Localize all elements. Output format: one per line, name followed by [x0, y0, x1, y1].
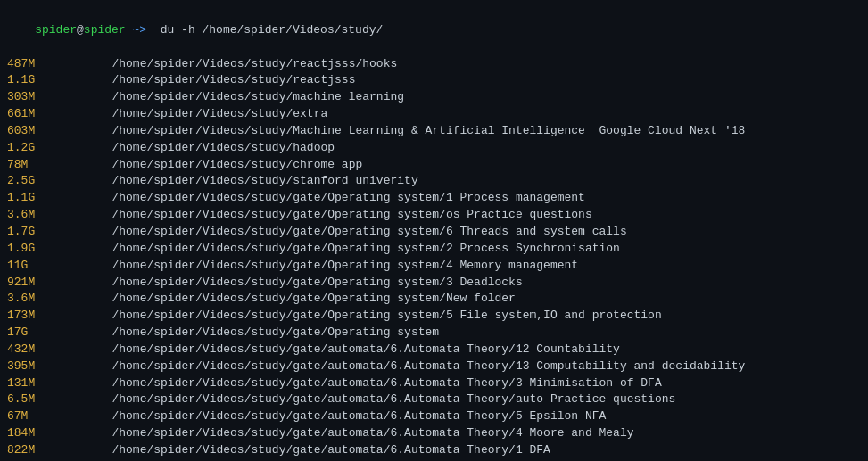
table-row: 184M /home/spider/Videos/study/gate/auto… — [7, 425, 861, 442]
table-row: 1.2G /home/spider/Videos/study/hadoop — [7, 140, 861, 157]
size-value: 173M — [7, 308, 56, 325]
table-row: 661M /home/spider/Videos/study/extra — [7, 106, 861, 123]
path-value: /home/spider/Videos/study/gate/Operating… — [56, 224, 627, 241]
path-value: /home/spider/Videos/study/gate/automata/… — [56, 375, 662, 392]
path-value: /home/spider/Videos/study/extra — [56, 106, 327, 123]
table-row: 1.1G /home/spider/Videos/study/reactjsss — [7, 72, 861, 89]
size-value: 395M — [7, 358, 56, 375]
path-value: /home/spider/Videos/study/reactjsss/hook… — [56, 56, 397, 73]
table-row: 303M /home/spider/Videos/study/machine l… — [7, 89, 861, 106]
table-row: 921M /home/spider/Videos/study/gate/Oper… — [7, 275, 861, 292]
table-row: 2.5G /home/spider/Videos/study/stanford … — [7, 173, 861, 190]
path-value: /home/spider/Videos/study/gate/automata/… — [56, 342, 620, 358]
table-row: 1.7G /home/spider/Videos/study/gate/Oper… — [7, 224, 861, 241]
path-value: /home/spider/Videos/study/stanford unive… — [56, 173, 418, 190]
table-row: 822M /home/spider/Videos/study/gate/auto… — [7, 442, 861, 459]
path-value: /home/spider/Videos/study/gate/Operating… — [56, 258, 578, 275]
path-value: /home/spider/Videos/study/gate/automata/… — [56, 391, 675, 408]
size-value: 921M — [7, 275, 56, 292]
size-value: 3.6M — [7, 207, 56, 224]
size-value: 1.1G — [7, 72, 56, 89]
table-row: 78M /home/spider/Videos/study/chrome app — [7, 157, 861, 174]
path-value: /home/spider/Videos/study/gate/Operating… — [56, 325, 439, 342]
size-value: 67M — [7, 408, 56, 425]
path-value: /home/spider/Videos/study/hadoop — [56, 140, 335, 157]
size-value: 1.9G — [7, 241, 56, 258]
output-lines: 487M /home/spider/Videos/study/reactjsss… — [7, 56, 861, 461]
path-value: /home/spider/Videos/study/machine learni… — [56, 89, 404, 106]
prompt-cmd: du -h /home/spider/Videos/study/ — [153, 23, 383, 37]
table-row: 3.6M /home/spider/Videos/study/gate/Oper… — [7, 207, 861, 224]
table-row: 395M /home/spider/Videos/study/gate/auto… — [7, 358, 861, 375]
table-row: 432M /home/spider/Videos/study/gate/auto… — [7, 342, 861, 358]
size-value: 432M — [7, 342, 56, 358]
size-value: 303M — [7, 89, 56, 106]
path-value: /home/spider/Videos/study/Machine Learni… — [56, 123, 745, 140]
path-value: /home/spider/Videos/study/gate/automata/… — [56, 425, 634, 442]
table-row: 1.1G /home/spider/Videos/study/gate/Oper… — [7, 190, 861, 207]
path-value: /home/spider/Videos/study/gate/automata/… — [56, 408, 606, 425]
table-row: 131M /home/spider/Videos/study/gate/auto… — [7, 375, 861, 392]
size-value: 661M — [7, 106, 56, 123]
size-value: 1.2G — [7, 140, 56, 157]
path-value: /home/spider/Videos/study/chrome app — [56, 157, 362, 174]
table-row: 173M /home/spider/Videos/study/gate/Oper… — [7, 308, 861, 325]
path-value: /home/spider/Videos/study/gate/Operating… — [56, 241, 620, 258]
size-value: 2.5G — [7, 173, 56, 190]
size-value: 487M — [7, 56, 56, 73]
path-value: /home/spider/Videos/study/reactjsss — [56, 72, 355, 89]
path-value: /home/spider/Videos/study/gate/automata/… — [56, 442, 550, 459]
table-row: 603M /home/spider/Videos/study/Machine L… — [7, 123, 861, 140]
path-value: /home/spider/Videos/study/gate/Operating… — [56, 207, 592, 224]
table-row: 6.5M /home/spider/Videos/study/gate/auto… — [7, 391, 861, 408]
size-value: 3.6M — [7, 291, 56, 308]
prompt-at: @ — [77, 23, 84, 37]
size-value: 11G — [7, 258, 56, 275]
table-row: 11G /home/spider/Videos/study/gate/Opera… — [7, 258, 861, 275]
table-row: 1.9G /home/spider/Videos/study/gate/Oper… — [7, 241, 861, 258]
prompt-user: spider — [35, 23, 77, 37]
prompt-line: spider@spider ~> du -h /home/spider/Vide… — [7, 5, 861, 56]
path-value: /home/spider/Videos/study/gate/automata/… — [56, 358, 745, 375]
path-value: /home/spider/Videos/study/gate/Operating… — [56, 291, 516, 308]
size-value: 6.5M — [7, 391, 56, 408]
path-value: /home/spider/Videos/study/gate/Operating… — [56, 190, 585, 207]
table-row: 67M /home/spider/Videos/study/gate/autom… — [7, 408, 861, 425]
table-row: 3.6M /home/spider/Videos/study/gate/Oper… — [7, 291, 861, 308]
size-value: 603M — [7, 123, 56, 140]
table-row: 17G /home/spider/Videos/study/gate/Opera… — [7, 325, 861, 342]
size-value: 78M — [7, 157, 56, 174]
size-value: 17G — [7, 325, 56, 342]
terminal-window: spider@spider ~> du -h /home/spider/Vide… — [0, 0, 868, 461]
path-value: /home/spider/Videos/study/gate/Operating… — [56, 275, 523, 292]
size-value: 822M — [7, 442, 56, 459]
size-value: 131M — [7, 375, 56, 392]
path-value: /home/spider/Videos/study/gate/Operating… — [56, 308, 662, 325]
size-value: 1.7G — [7, 224, 56, 241]
prompt-host: spider — [84, 23, 126, 37]
size-value: 184M — [7, 425, 56, 442]
prompt-path: ~> — [126, 23, 153, 37]
size-value: 1.1G — [7, 190, 56, 207]
table-row: 487M /home/spider/Videos/study/reactjsss… — [7, 56, 861, 73]
